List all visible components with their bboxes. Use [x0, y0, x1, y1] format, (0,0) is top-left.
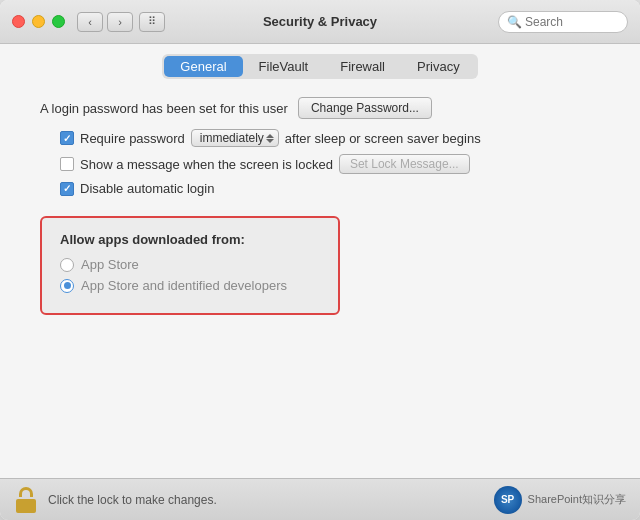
window-title: Security & Privacy	[263, 14, 377, 29]
app-store-developers-radio[interactable]	[60, 279, 74, 293]
set-lock-message-button[interactable]: Set Lock Message...	[339, 154, 470, 174]
require-password-checkbox[interactable]	[60, 131, 74, 145]
app-store-label: App Store	[81, 257, 139, 272]
login-password-row: A login password has been set for this u…	[40, 97, 600, 119]
lock-shackle	[19, 487, 33, 497]
disable-autologin-checkbox[interactable]	[60, 182, 74, 196]
lock-text: Click the lock to make changes.	[48, 493, 217, 507]
sharepoint-logo: SP SharePoint知识分享	[494, 486, 626, 514]
require-password-label: Require password	[80, 131, 185, 146]
minimize-button[interactable]	[32, 15, 45, 28]
login-password-text: A login password has been set for this u…	[40, 101, 288, 116]
show-message-row: Show a message when the screen is locked…	[40, 154, 600, 174]
app-store-developers-radio-row: App Store and identified developers	[60, 278, 320, 293]
tab-general[interactable]: General	[164, 56, 242, 77]
disable-autologin-label: Disable automatic login	[80, 181, 214, 196]
close-button[interactable]	[12, 15, 25, 28]
allow-apps-section: Allow apps downloaded from: App Store Ap…	[40, 216, 340, 315]
app-store-developers-label: App Store and identified developers	[81, 278, 287, 293]
show-message-label: Show a message when the screen is locked	[80, 157, 333, 172]
tab-privacy[interactable]: Privacy	[401, 56, 476, 77]
app-store-radio-row: App Store	[60, 257, 320, 272]
lock-icon[interactable]	[14, 487, 38, 513]
main-window: ‹ › ⠿ Security & Privacy 🔍 General FileV…	[0, 0, 640, 520]
dropdown-arrow-icon	[266, 134, 274, 143]
sharepoint-icon: SP	[494, 486, 522, 514]
search-icon: 🔍	[507, 15, 522, 29]
bottom-bar: Click the lock to make changes. SP Share…	[0, 478, 640, 520]
grid-button[interactable]: ⠿	[139, 12, 165, 32]
maximize-button[interactable]	[52, 15, 65, 28]
immediately-value: immediately	[200, 131, 264, 145]
tabs: General FileVault Firewall Privacy	[162, 54, 477, 79]
require-password-row: Require password immediately after sleep…	[40, 129, 600, 147]
change-password-button[interactable]: Change Password...	[298, 97, 432, 119]
search-input[interactable]	[525, 15, 619, 29]
search-box[interactable]: 🔍	[498, 11, 628, 33]
forward-button[interactable]: ›	[107, 12, 133, 32]
immediately-dropdown[interactable]: immediately	[191, 129, 279, 147]
back-button[interactable]: ‹	[77, 12, 103, 32]
nav-buttons: ‹ ›	[77, 12, 133, 32]
content-area: A login password has been set for this u…	[0, 87, 640, 478]
disable-autologin-row: Disable automatic login	[40, 181, 600, 196]
tab-firewall[interactable]: Firewall	[324, 56, 401, 77]
allow-apps-title: Allow apps downloaded from:	[60, 232, 320, 247]
tab-filevault[interactable]: FileVault	[243, 56, 325, 77]
after-sleep-label: after sleep or screen saver begins	[285, 131, 481, 146]
show-message-checkbox[interactable]	[60, 157, 74, 171]
sharepoint-text: SharePoint知识分享	[528, 492, 626, 507]
lock-body	[16, 499, 36, 513]
traffic-lights	[12, 15, 65, 28]
titlebar: ‹ › ⠿ Security & Privacy 🔍	[0, 0, 640, 44]
app-store-radio[interactable]	[60, 258, 74, 272]
tabs-bar: General FileVault Firewall Privacy	[0, 44, 640, 87]
